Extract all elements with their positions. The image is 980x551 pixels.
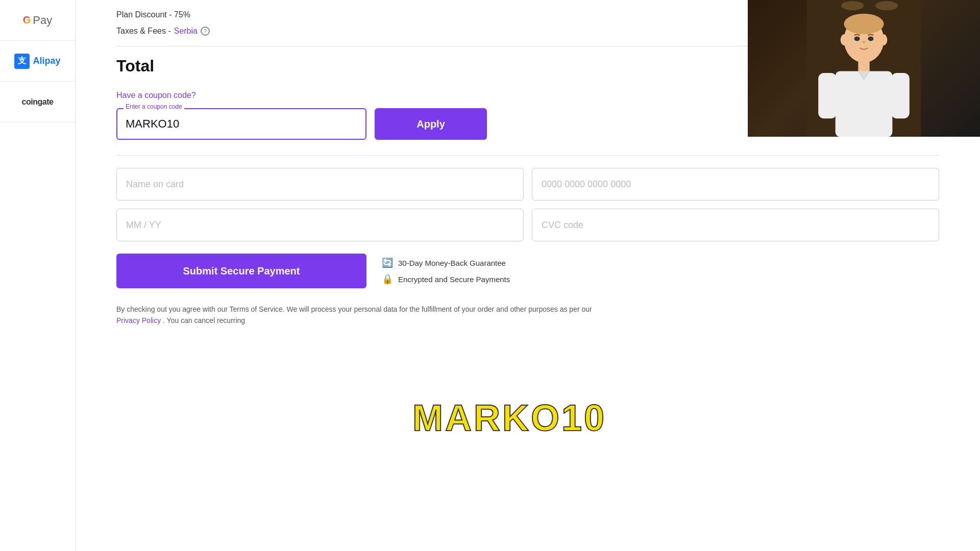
name-on-card-input[interactable] xyxy=(116,168,524,201)
secure-item: 🔒 Encrypted and Secure Payments xyxy=(382,273,510,285)
svg-rect-12 xyxy=(891,73,910,118)
cvc-input[interactable] xyxy=(532,209,939,241)
refresh-icon: 🔄 xyxy=(382,257,393,268)
alipay-text: Alipay xyxy=(33,56,60,66)
svg-point-1 xyxy=(841,1,864,10)
svg-point-5 xyxy=(841,34,849,45)
taxes-label: Taxes & Fees - xyxy=(116,27,171,36)
card-fields xyxy=(116,168,939,241)
svg-point-4 xyxy=(844,14,884,34)
security-info: 🔄 30-Day Money-Back Guarantee 🔒 Encrypte… xyxy=(382,257,510,285)
sidebar-item-coingate[interactable]: coingate xyxy=(0,82,75,122)
expiry-input[interactable] xyxy=(116,209,524,241)
svg-rect-10 xyxy=(836,71,893,137)
svg-point-2 xyxy=(875,1,898,10)
coupon-input[interactable] xyxy=(116,108,366,140)
lock-icon: 🔒 xyxy=(382,273,393,285)
main-layout: G Pay 支 Alipay coingate Plan Discount - … xyxy=(0,0,980,551)
svg-point-6 xyxy=(879,34,888,45)
card-row-1 xyxy=(116,168,939,201)
video-content xyxy=(748,0,980,137)
alipay-icon: 支 xyxy=(14,54,30,69)
video-overlay xyxy=(748,0,980,137)
privacy-policy-link[interactable]: Privacy Policy xyxy=(116,316,161,324)
card-number-input[interactable] xyxy=(532,168,939,201)
guarantee-text: 30-Day Money-Back Guarantee xyxy=(398,259,506,267)
svg-point-8 xyxy=(868,36,873,41)
alipay-logo: 支 Alipay xyxy=(14,54,60,69)
divider-2 xyxy=(116,155,939,156)
coupon-input-label: Enter a coupon code xyxy=(124,103,184,110)
gpay-logo: G Pay xyxy=(23,14,52,27)
card-row-2 xyxy=(116,209,939,241)
coupon-input-wrapper: Enter a coupon code xyxy=(116,108,366,140)
svg-point-7 xyxy=(854,36,860,41)
person-svg xyxy=(748,0,980,137)
sidebar-item-alipay[interactable]: 支 Alipay xyxy=(0,41,75,82)
svg-rect-9 xyxy=(858,62,869,73)
guarantee-item: 🔄 30-Day Money-Back Guarantee xyxy=(382,257,510,268)
sidebar: G Pay 支 Alipay coingate xyxy=(0,0,76,551)
submit-payment-button[interactable]: Submit Secure Payment xyxy=(116,254,366,288)
coingate-text: coingate xyxy=(22,97,54,106)
terms-text: By checking out you agree with our Terms… xyxy=(116,304,617,327)
terms-suffix: . You can cancel recurring xyxy=(163,316,245,324)
terms-prefix: By checking out you agree with our Terms… xyxy=(116,305,592,313)
apply-button[interactable]: Apply xyxy=(375,108,487,140)
gpay-g-icon: G xyxy=(23,14,31,26)
secure-text: Encrypted and Secure Payments xyxy=(398,275,510,284)
submit-row: Submit Secure Payment 🔄 30-Day Money-Bac… xyxy=(116,254,939,288)
svg-rect-11 xyxy=(818,73,837,118)
country-link[interactable]: Serbia xyxy=(174,27,198,36)
info-icon[interactable]: ? xyxy=(201,27,210,36)
coingate-logo: coingate xyxy=(22,97,54,107)
sidebar-item-gpay[interactable]: G Pay xyxy=(0,0,75,41)
plan-discount-label: Plan Discount - 75% xyxy=(116,10,190,19)
gpay-text: Pay xyxy=(33,14,52,27)
